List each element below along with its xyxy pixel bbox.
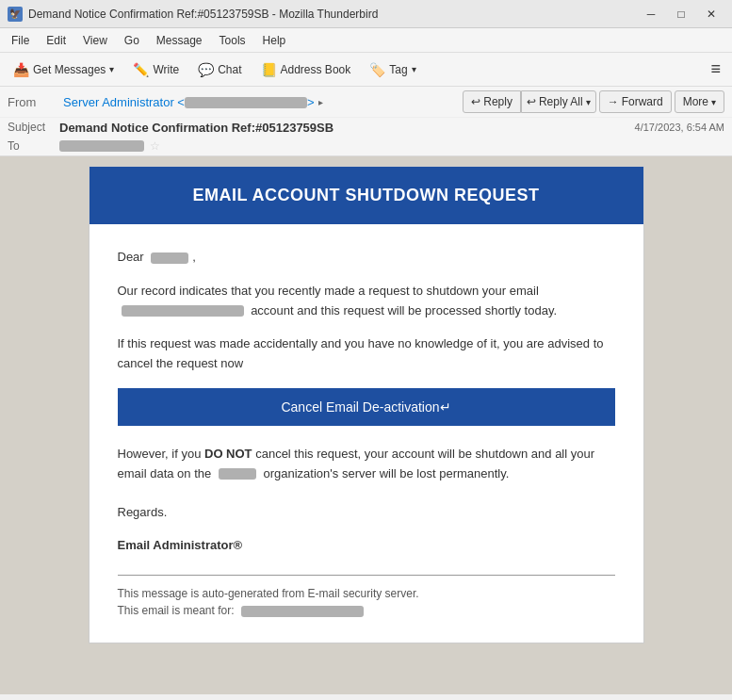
email-address-blurred	[122, 305, 244, 317]
menu-file[interactable]: File	[4, 32, 37, 49]
paragraph3: However, if you DO NOT cancel this reque…	[118, 445, 615, 484]
signature: Email Administrator®	[118, 536, 615, 556]
chat-button[interactable]: 💬 Chat	[190, 57, 249, 83]
email-card-body: Dear , Our record indicates that you rec…	[89, 224, 643, 643]
reply-all-button[interactable]: ↩ Reply All ▾	[521, 90, 596, 113]
write-label: Write	[153, 63, 179, 76]
forward-button[interactable]: → Forward	[599, 90, 672, 113]
footer-text: This message is auto-generated from E-ma…	[118, 585, 615, 619]
close-button[interactable]: ✕	[698, 5, 724, 24]
reply-all-icon: ↩	[527, 95, 536, 108]
address-book-icon: 📒	[261, 62, 277, 77]
menu-help[interactable]: Help	[255, 32, 294, 49]
subject-value: Demand Notice Confirmation Ref:#05123759…	[59, 121, 333, 135]
reply-button[interactable]: ↩ Reply	[463, 90, 521, 113]
more-button[interactable]: More ▾	[675, 90, 724, 113]
tag-arrow: ▾	[412, 64, 416, 74]
menu-tools[interactable]: Tools	[212, 32, 253, 49]
menu-message[interactable]: Message	[149, 32, 210, 49]
to-value	[59, 140, 144, 152]
menu-view[interactable]: View	[75, 32, 115, 49]
email-body-container: EMAIL ACCOUNT SHUTDOWN REQUEST Dear , Ou…	[0, 156, 732, 694]
forward-icon: →	[608, 95, 619, 108]
get-messages-label: Get Messages	[33, 63, 106, 76]
dear-label: Dear	[118, 250, 144, 264]
subject-row: Subject Demand Notice Confirmation Ref:#…	[0, 118, 732, 137]
star-icon[interactable]: ☆	[150, 139, 160, 153]
address-book-button[interactable]: 📒 Address Book	[253, 57, 359, 83]
write-icon: ✏️	[133, 62, 149, 77]
paragraph3-bold: DO NOT	[204, 447, 252, 461]
forward-label: Forward	[622, 95, 663, 108]
cancel-deactivation-button[interactable]: Cancel Email De-activation↵	[118, 388, 615, 426]
paragraph1-text2: account and this request will be process…	[251, 303, 557, 317]
footer-email-blurred	[241, 606, 364, 617]
email-header: From Server Administrator <> ▸ ↩ Reply ↩…	[0, 87, 732, 156]
chat-label: Chat	[218, 63, 241, 76]
tag-icon: 🏷️	[369, 62, 385, 77]
reply-all-arrow: ▾	[586, 97, 591, 107]
titlebar-left: 🦅 Demand Notice Confirmation Ref:#051237…	[8, 7, 378, 22]
menu-edit[interactable]: Edit	[39, 32, 73, 49]
menubar: File Edit View Go Message Tools Help	[0, 28, 732, 53]
tag-button[interactable]: 🏷️ Tag ▾	[362, 57, 423, 83]
subject-label: Subject	[8, 121, 59, 134]
footer-divider	[118, 575, 615, 576]
reply-all-label: Reply All	[539, 95, 583, 108]
chat-icon: 💬	[198, 62, 214, 77]
footer-line2-text: This email is meant for:	[118, 604, 235, 617]
footer-line2: This email is meant for:	[118, 602, 615, 619]
email-date: 4/17/2023, 6:54 AM	[635, 122, 724, 133]
email-card-header: EMAIL ACCOUNT SHUTDOWN REQUEST	[89, 167, 643, 224]
regards: Regards.	[118, 503, 615, 523]
paragraph2: If this request was made accidentally an…	[118, 334, 615, 374]
reply-icon: ↩	[471, 95, 480, 108]
menu-go[interactable]: Go	[117, 32, 147, 49]
window-controls: ─ □ ✕	[638, 5, 724, 24]
to-label: To	[8, 139, 59, 153]
email-actions: ↩ Reply ↩ Reply All ▾ → Forward More ▾	[463, 90, 724, 113]
titlebar: 🦅 Demand Notice Confirmation Ref:#051237…	[0, 0, 732, 28]
minimize-button[interactable]: ─	[638, 5, 664, 24]
get-messages-button[interactable]: 📥 Get Messages ▾	[6, 57, 122, 83]
footer-line1: This message is auto-generated from E-ma…	[118, 585, 615, 602]
dear-paragraph: Dear ,	[118, 248, 615, 268]
from-value: Server Administrator <>	[63, 95, 315, 109]
maximize-button[interactable]: □	[668, 5, 694, 24]
more-arrow: ▾	[711, 97, 716, 107]
more-label: More	[683, 95, 708, 108]
window-title: Demand Notice Confirmation Ref:#05123759…	[28, 8, 378, 21]
toolbar: 📥 Get Messages ▾ ✏️ Write 💬 Chat 📒 Addre…	[0, 53, 732, 87]
from-label: From	[8, 95, 59, 109]
address-book-label: Address Book	[281, 63, 351, 76]
email-card: EMAIL ACCOUNT SHUTDOWN REQUEST Dear , Ou…	[89, 166, 644, 643]
paragraph3-text3: organization's server will be lost perma…	[263, 466, 509, 480]
get-messages-arrow[interactable]: ▾	[109, 64, 114, 74]
email-title: EMAIL ACCOUNT SHUTDOWN REQUEST	[108, 186, 625, 205]
org-name-blurred	[219, 468, 256, 480]
email-meta-bar: From Server Administrator <> ▸ ↩ Reply ↩…	[0, 87, 732, 118]
paragraph1-text1: Our record indicates that you recently m…	[118, 284, 539, 298]
reply-label: Reply	[483, 95, 512, 108]
get-messages-icon: 📥	[13, 62, 29, 77]
reply-group: ↩ Reply ↩ Reply All ▾	[463, 90, 595, 113]
from-arrow[interactable]: ▸	[318, 97, 323, 107]
to-row: To ☆	[0, 137, 732, 155]
paragraph3-text1: However, if you	[118, 447, 205, 461]
app-icon: 🦅	[8, 7, 23, 22]
paragraph1: Our record indicates that you recently m…	[118, 282, 615, 321]
write-button[interactable]: ✏️ Write	[125, 57, 187, 83]
toolbar-more-button[interactable]: ≡	[705, 57, 726, 81]
tag-label: Tag	[389, 63, 407, 76]
recipient-name-blurred	[151, 252, 188, 264]
